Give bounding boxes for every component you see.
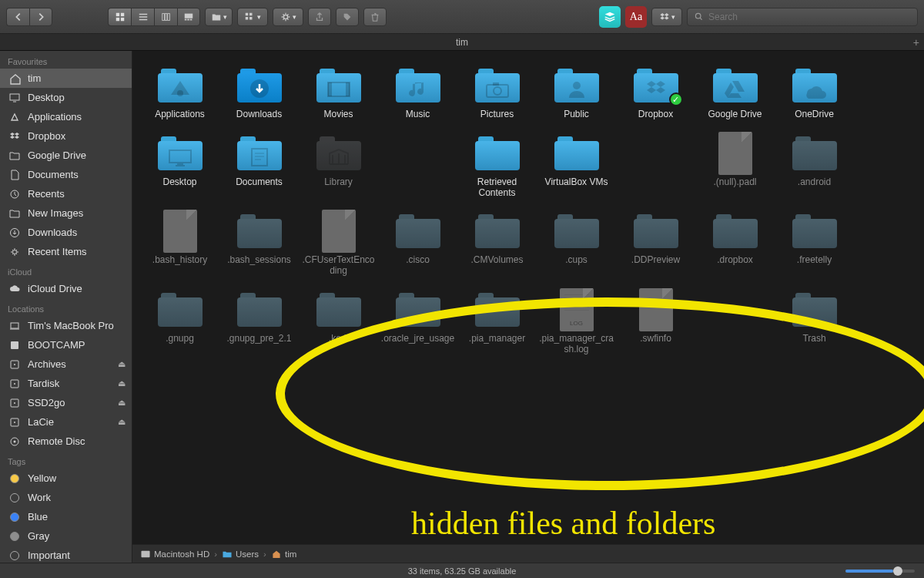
sidebar-item-tim[interactable]: tim — [0, 69, 132, 88]
sidebar-item-applications[interactable]: Applications — [0, 107, 132, 126]
sidebar-item-work[interactable]: Work — [0, 488, 132, 507]
svg-rect-14 — [249, 17, 253, 20]
path-item[interactable]: Macintosh HD — [140, 549, 209, 559]
tags-button[interactable] — [336, 8, 359, 26]
file-item[interactable]: .kodi — [299, 286, 378, 365]
file-icon — [632, 212, 680, 250]
file-item[interactable]: Google Drive — [695, 62, 775, 129]
new-tab-button[interactable]: + — [913, 36, 919, 49]
eject-icon[interactable]: ⏏ — [118, 398, 126, 408]
share-button[interactable] — [308, 8, 331, 26]
dropbox-menu-button[interactable]: ▾ — [651, 8, 682, 26]
file-item[interactable]: .gnupg_pre_2.1 — [219, 286, 299, 365]
file-item[interactable]: .CMVolumes — [457, 207, 537, 286]
column-view-button[interactable] — [154, 8, 177, 26]
sidebar-item-lacie[interactable]: LaCie⏏ — [0, 412, 132, 432]
file-item[interactable]: Retrieved Contents — [457, 129, 537, 208]
sidebar-item-label: Desktop — [28, 92, 65, 103]
file-icon — [236, 134, 283, 173]
path-separator: › — [213, 549, 219, 559]
sidebar-item-desktop[interactable]: Desktop — [0, 88, 132, 107]
file-item[interactable]: Music — [378, 62, 457, 129]
app-icon-dictionary[interactable]: Aa — [625, 6, 647, 28]
svg-rect-21 — [11, 323, 18, 328]
file-item[interactable]: .oracle_jre_usage — [378, 286, 457, 365]
file-item[interactable]: OneDrive — [775, 62, 854, 129]
sidebar-item-ssd2go[interactable]: SSD2go⏏ — [0, 393, 132, 412]
file-item[interactable]: .DDPreview — [616, 207, 695, 286]
file-item[interactable]: .swfinfo — [616, 286, 695, 365]
file-item[interactable]: .bash_history — [140, 207, 219, 286]
file-item[interactable]: .gnupg — [140, 286, 219, 365]
file-item[interactable]: .cisco — [378, 207, 457, 286]
sidebar-item-new-images[interactable]: New Images — [0, 203, 132, 223]
sidebar-item-google-drive[interactable]: Google Drive — [0, 146, 132, 165]
file-item[interactable]: .(null).padl — [695, 129, 775, 208]
svg-rect-1 — [120, 12, 123, 15]
file-item[interactable]: Library — [299, 129, 378, 208]
gallery-view-button[interactable] — [177, 8, 200, 26]
file-item[interactable]: Public — [537, 62, 616, 129]
search-box[interactable] — [687, 8, 918, 26]
forward-button[interactable] — [29, 8, 52, 26]
eject-icon[interactable]: ⏏ — [118, 417, 126, 427]
path-item[interactable]: tim — [271, 549, 296, 559]
file-item[interactable]: Downloads — [219, 62, 299, 129]
path-button[interactable]: ▾ — [205, 8, 233, 26]
sidebar-item-documents[interactable]: Documents — [0, 165, 132, 184]
file-item[interactable]: Movies — [299, 62, 378, 129]
eject-icon[interactable]: ⏏ — [118, 378, 126, 388]
file-item[interactable]: .pia_manager — [457, 286, 537, 365]
file-label: VirtualBox VMs — [545, 177, 608, 188]
file-item[interactable]: Trash — [775, 286, 854, 365]
sidebar-item-remote-disc[interactable]: Remote Disc — [0, 432, 132, 451]
sidebar-item-tardisk[interactable]: Tardisk⏏ — [0, 374, 132, 393]
path-separator: › — [262, 549, 268, 559]
download-icon — [8, 226, 22, 240]
grid-row: DesktopDocumentsLibraryRetrieved Content… — [140, 129, 916, 208]
sidebar-item-bootcamp[interactable]: BOOTCAMP — [0, 335, 132, 355]
file-item[interactable]: Applications — [140, 62, 219, 129]
sidebar-item-important[interactable]: Important — [0, 546, 132, 563]
sidebar-item-downloads[interactable]: Downloads — [0, 223, 132, 242]
file-item[interactable]: .CFUserTextEncoding — [299, 207, 378, 286]
sidebar-item-blue[interactable]: Blue — [0, 507, 132, 526]
file-item[interactable]: .cups — [537, 207, 616, 286]
sidebar-item-gray[interactable]: Gray — [0, 526, 132, 546]
action-button[interactable]: ▾ — [273, 8, 303, 26]
svg-point-16 — [695, 13, 701, 18]
path-item[interactable]: Users — [222, 549, 259, 559]
zoom-slider[interactable] — [845, 570, 915, 573]
file-item[interactable]: Documents — [219, 129, 299, 208]
icon-view-button[interactable] — [108, 8, 131, 26]
grid-icon — [115, 12, 126, 22]
file-item[interactable]: Pictures — [457, 62, 537, 129]
sidebar-item-dropbox[interactable]: Dropbox — [0, 126, 132, 146]
file-item[interactable]: .freetelly — [775, 207, 854, 286]
file-item[interactable]: VirtualBox VMs — [537, 129, 616, 208]
sidebar-item-recents[interactable]: Recents — [0, 184, 132, 203]
file-item[interactable]: Desktop — [140, 129, 219, 208]
arrange-button[interactable]: ▾ — [237, 8, 268, 26]
list-view-button[interactable] — [131, 8, 154, 26]
file-item[interactable]: .android — [775, 129, 854, 208]
sidebar-item-icloud-drive[interactable]: iCloud Drive — [0, 279, 132, 298]
file-item[interactable]: .bash_sessions — [219, 207, 299, 286]
trash-button[interactable] — [363, 8, 387, 26]
file-item[interactable]: .pia_manager_crash.log — [537, 286, 616, 365]
optical-icon — [8, 435, 22, 449]
grid-row: ApplicationsDownloadsMoviesMusicPictures… — [140, 62, 916, 129]
file-item[interactable]: ✓Dropbox — [616, 62, 695, 129]
sidebar-item-recent-items[interactable]: Recent Items — [0, 242, 132, 261]
annotation-text: hidden files and folders — [411, 505, 715, 542]
eject-icon[interactable]: ⏏ — [118, 359, 126, 369]
file-icon — [315, 212, 363, 250]
sidebar-item-tim-s-macbook-pro[interactable]: Tim's MacBook Pro — [0, 316, 132, 335]
sidebar-item-yellow[interactable]: Yellow — [0, 469, 132, 488]
sidebar-item-archives[interactable]: Archives⏏ — [0, 355, 132, 374]
back-button[interactable] — [6, 8, 29, 26]
app-icon-1[interactable] — [599, 6, 621, 28]
file-item[interactable]: .dropbox — [695, 207, 775, 286]
chevron-left-icon — [13, 12, 24, 22]
search-input[interactable] — [708, 12, 911, 22]
